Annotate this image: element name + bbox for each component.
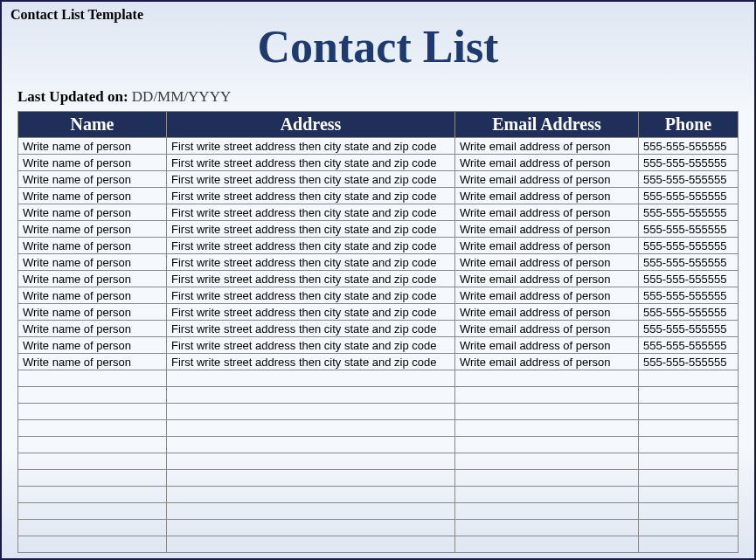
cell-name[interactable]: Write name of person	[18, 171, 167, 188]
cell-name[interactable]: Write name of person	[18, 155, 167, 171]
cell-address[interactable]: First write street address then city sta…	[167, 254, 455, 271]
cell-name[interactable]	[18, 520, 167, 536]
cell-address[interactable]: First write street address then city sta…	[167, 354, 455, 370]
cell-phone[interactable]	[639, 404, 739, 420]
cell-address[interactable]	[167, 404, 455, 420]
cell-email[interactable]: Write email address of person	[455, 238, 639, 254]
cell-email[interactable]: Write email address of person	[455, 304, 639, 321]
cell-address[interactable]: First write street address then city sta…	[167, 287, 455, 304]
cell-phone[interactable]: 555-555-555555	[639, 238, 739, 254]
cell-address[interactable]: First write street address then city sta…	[167, 337, 455, 354]
cell-phone[interactable]	[639, 536, 739, 553]
cell-name[interactable]	[18, 370, 167, 387]
cell-name[interactable]	[18, 437, 167, 453]
cell-address[interactable]	[167, 387, 455, 404]
cell-name[interactable]	[18, 420, 167, 437]
cell-address[interactable]	[167, 470, 455, 487]
cell-phone[interactable]: 555-555-555555	[639, 287, 739, 304]
cell-email[interactable]	[455, 420, 639, 437]
cell-name[interactable]: Write name of person	[18, 254, 167, 271]
cell-email[interactable]: Write email address of person	[455, 271, 639, 287]
cell-name[interactable]: Write name of person	[18, 238, 167, 254]
cell-phone[interactable]: 555-555-555555	[639, 188, 739, 204]
cell-name[interactable]	[18, 487, 167, 503]
cell-email[interactable]: Write email address of person	[455, 221, 639, 238]
cell-name[interactable]	[18, 387, 167, 404]
cell-address[interactable]: First write street address then city sta…	[167, 171, 455, 188]
cell-name[interactable]: Write name of person	[18, 321, 167, 337]
cell-email[interactable]	[455, 387, 639, 404]
cell-email[interactable]: Write email address of person	[455, 321, 639, 337]
cell-email[interactable]	[455, 370, 639, 387]
cell-address[interactable]: First write street address then city sta…	[167, 321, 455, 337]
cell-email[interactable]	[455, 503, 639, 520]
cell-phone[interactable]	[639, 387, 739, 404]
cell-phone[interactable]	[639, 370, 739, 387]
cell-name[interactable]: Write name of person	[18, 138, 167, 155]
cell-phone[interactable]	[639, 520, 739, 536]
cell-phone[interactable]	[639, 420, 739, 437]
cell-name[interactable]: Write name of person	[18, 221, 167, 238]
cell-email[interactable]	[455, 487, 639, 503]
cell-name[interactable]: Write name of person	[18, 271, 167, 287]
cell-email[interactable]: Write email address of person	[455, 171, 639, 188]
cell-name[interactable]	[18, 470, 167, 487]
cell-phone[interactable]: 555-555-555555	[639, 204, 739, 221]
cell-email[interactable]	[455, 437, 639, 453]
cell-name[interactable]: Write name of person	[18, 188, 167, 204]
cell-name[interactable]: Write name of person	[18, 204, 167, 221]
cell-phone[interactable]: 555-555-555555	[639, 321, 739, 337]
cell-phone[interactable]: 555-555-555555	[639, 221, 739, 238]
cell-address[interactable]	[167, 520, 455, 536]
cell-phone[interactable]: 555-555-555555	[639, 254, 739, 271]
cell-email[interactable]: Write email address of person	[455, 188, 639, 204]
cell-email[interactable]: Write email address of person	[455, 287, 639, 304]
cell-phone[interactable]: 555-555-555555	[639, 337, 739, 354]
cell-address[interactable]: First write street address then city sta…	[167, 238, 455, 254]
cell-address[interactable]: First write street address then city sta…	[167, 221, 455, 238]
cell-email[interactable]	[455, 453, 639, 470]
cell-name[interactable]: Write name of person	[18, 287, 167, 304]
cell-phone[interactable]: 555-555-555555	[639, 171, 739, 188]
cell-email[interactable]	[455, 520, 639, 536]
cell-phone[interactable]: 555-555-555555	[639, 271, 739, 287]
cell-name[interactable]	[18, 536, 167, 553]
cell-email[interactable]: Write email address of person	[455, 204, 639, 221]
cell-address[interactable]	[167, 453, 455, 470]
cell-phone[interactable]: 555-555-555555	[639, 155, 739, 171]
cell-name[interactable]	[18, 503, 167, 520]
cell-address[interactable]: First write street address then city sta…	[167, 304, 455, 321]
cell-address[interactable]	[167, 536, 455, 553]
cell-phone[interactable]: 555-555-555555	[639, 138, 739, 155]
cell-email[interactable]: Write email address of person	[455, 354, 639, 370]
cell-email[interactable]: Write email address of person	[455, 155, 639, 171]
cell-email[interactable]	[455, 470, 639, 487]
cell-email[interactable]: Write email address of person	[455, 337, 639, 354]
cell-address[interactable]: First write street address then city sta…	[167, 271, 455, 287]
cell-address[interactable]: First write street address then city sta…	[167, 155, 455, 171]
cell-address[interactable]: First write street address then city sta…	[167, 188, 455, 204]
cell-name[interactable]	[18, 404, 167, 420]
cell-phone[interactable]	[639, 503, 739, 520]
cell-phone[interactable]	[639, 487, 739, 503]
cell-phone[interactable]	[639, 453, 739, 470]
cell-phone[interactable]	[639, 437, 739, 453]
cell-address[interactable]: First write street address then city sta…	[167, 204, 455, 221]
cell-phone[interactable]: 555-555-555555	[639, 304, 739, 321]
cell-email[interactable]: Write email address of person	[455, 254, 639, 271]
cell-address[interactable]	[167, 437, 455, 453]
cell-email[interactable]	[455, 404, 639, 420]
cell-name[interactable]: Write name of person	[18, 337, 167, 354]
cell-address[interactable]	[167, 420, 455, 437]
cell-email[interactable]: Write email address of person	[455, 138, 639, 155]
cell-phone[interactable]	[639, 470, 739, 487]
cell-address[interactable]: First write street address then city sta…	[167, 138, 455, 155]
cell-name[interactable]	[18, 453, 167, 470]
cell-phone[interactable]: 555-555-555555	[639, 354, 739, 370]
cell-address[interactable]	[167, 487, 455, 503]
cell-address[interactable]	[167, 503, 455, 520]
cell-email[interactable]	[455, 536, 639, 553]
cell-name[interactable]: Write name of person	[18, 354, 167, 370]
cell-name[interactable]: Write name of person	[18, 304, 167, 321]
cell-address[interactable]	[167, 370, 455, 387]
